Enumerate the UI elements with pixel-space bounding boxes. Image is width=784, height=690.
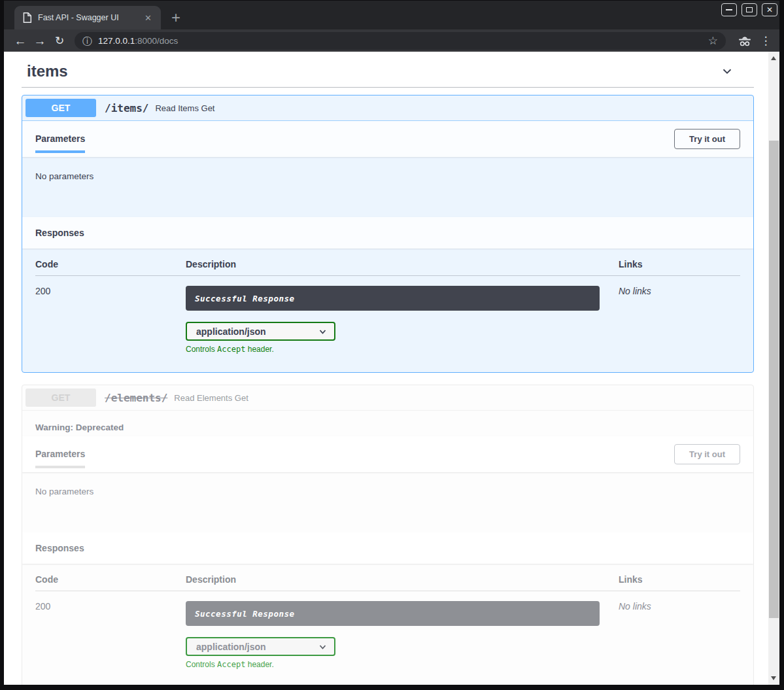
address-bar[interactable]: ⓘ 127.0.0.1:8000/docs ☆ (75, 32, 726, 50)
back-button[interactable]: ← (10, 35, 30, 47)
maximize-icon (746, 7, 753, 12)
parameters-tab[interactable]: Parameters (35, 449, 85, 468)
response-row: 200 Successful Response application/json… (35, 591, 740, 669)
browser-toolbar: ← → ↻ ⓘ 127.0.0.1:8000/docs ☆ ⋮ (4, 29, 779, 52)
col-links: Links (619, 259, 740, 269)
responses-body: Code Description Links 200 Successful Re… (22, 564, 753, 685)
tag-divider (22, 87, 754, 88)
minimize-icon (726, 9, 732, 10)
opblock-get-elements-deprecated: GET /elements/ Read Elements Get Warning… (22, 385, 754, 685)
method-badge: GET (26, 388, 96, 407)
media-type-value: application/json (196, 326, 266, 337)
col-description: Description (186, 574, 619, 585)
response-description-cell: Successful Response application/json Con… (186, 601, 619, 669)
select-chevron-icon (318, 644, 327, 650)
col-code: Code (35, 259, 186, 269)
parameters-header: Parameters Try it out (22, 121, 753, 157)
maximize-button[interactable] (741, 3, 757, 16)
response-row: 200 Successful Response application/json… (35, 276, 740, 354)
response-code: 200 (35, 286, 186, 354)
scrollbar-thumb[interactable] (769, 141, 779, 618)
response-code: 200 (35, 601, 186, 669)
url-text[interactable]: 127.0.0.1:8000/docs (98, 36, 702, 46)
endpoint-summary: Read Elements Get (174, 393, 248, 403)
url-host: 127.0.0.1 (98, 36, 135, 46)
bookmark-star-icon[interactable]: ☆ (708, 35, 718, 46)
swagger-page: items GET /items/ Read Items Get Paramet… (4, 52, 768, 685)
scrollbar-down-arrow-icon[interactable] (771, 676, 776, 680)
method-badge: GET (26, 99, 96, 117)
opblock-summary[interactable]: GET /elements/ Read Elements Get (22, 385, 753, 411)
deprecated-warning: Warning: Deprecated (22, 411, 753, 436)
response-links: No links (619, 286, 740, 354)
media-type-value: application/json (196, 642, 266, 652)
col-links: Links (619, 574, 740, 585)
no-parameters-text: No parameters (22, 472, 753, 532)
accept-header-note: Controls Accept header. (186, 660, 619, 669)
responses-header: Responses (22, 532, 753, 564)
window-controls: ✕ (721, 3, 777, 16)
tab-title: Fast API - Swagger UI (38, 13, 136, 22)
try-it-out-button[interactable]: Try it out (674, 129, 740, 149)
browser-tab[interactable]: Fast API - Swagger UI ✕ (14, 6, 161, 29)
close-button[interactable]: ✕ (762, 3, 777, 16)
site-info-icon[interactable]: ⓘ (82, 36, 92, 46)
select-chevron-icon (318, 328, 327, 335)
responses-body: Code Description Links 200 Successful Re… (22, 249, 753, 372)
minimize-button[interactable] (721, 3, 737, 16)
col-code: Code (35, 574, 186, 585)
page-content: items GET /items/ Read Items Get Paramet… (4, 52, 779, 685)
endpoint-summary: Read Items Get (155, 103, 214, 113)
browser-menu-button[interactable]: ⋮ (758, 34, 773, 48)
chevron-down-icon[interactable] (720, 64, 734, 78)
endpoint-path: /items/ (96, 102, 155, 114)
browser-window: Fast API - Swagger UI ✕ + ✕ ← → ↻ ⓘ 127.… (0, 0, 784, 690)
new-tab-button[interactable]: + (171, 10, 180, 26)
scrollbar-up-arrow-icon[interactable] (771, 56, 776, 60)
media-type-select[interactable]: application/json (186, 637, 335, 656)
incognito-icon (737, 33, 753, 48)
responses-title: Responses (35, 543, 84, 553)
response-links: No links (619, 601, 740, 669)
response-description-cell: Successful Response application/json Con… (186, 286, 619, 354)
col-description: Description (186, 259, 619, 269)
close-icon: ✕ (766, 6, 773, 14)
vertical-scrollbar[interactable] (768, 52, 779, 685)
page-favicon-icon (22, 12, 32, 23)
no-parameters-text: No parameters (22, 157, 753, 217)
tab-close-icon[interactable]: ✕ (142, 12, 154, 24)
responses-header: Responses (22, 217, 753, 249)
responses-title: Responses (35, 228, 84, 238)
endpoint-path: /elements/ (96, 392, 174, 404)
responses-table-header: Code Description Links (35, 259, 740, 276)
url-path: :8000/docs (135, 36, 178, 46)
parameters-header: Parameters Try it out (22, 436, 753, 472)
response-description: Successful Response (195, 609, 295, 619)
forward-button[interactable]: → (30, 35, 50, 47)
opblock-get-items: GET /items/ Read Items Get Parameters Tr… (22, 95, 754, 373)
try-it-out-button[interactable]: Try it out (674, 444, 740, 464)
media-type-select[interactable]: application/json (186, 322, 335, 341)
parameters-tab[interactable]: Parameters (35, 133, 85, 153)
response-description-block: Successful Response (186, 286, 600, 311)
accept-header-note: Controls Accept header. (186, 345, 619, 354)
reload-button[interactable]: ↻ (50, 35, 69, 46)
tag-title: items (27, 62, 68, 80)
responses-table-header: Code Description Links (35, 574, 740, 591)
response-description-block: Successful Response (186, 601, 600, 626)
opblock-summary[interactable]: GET /items/ Read Items Get (22, 95, 753, 121)
tab-strip: Fast API - Swagger UI ✕ + ✕ (4, 1, 779, 29)
tag-section-header[interactable]: items (22, 58, 754, 87)
response-description: Successful Response (195, 294, 295, 303)
